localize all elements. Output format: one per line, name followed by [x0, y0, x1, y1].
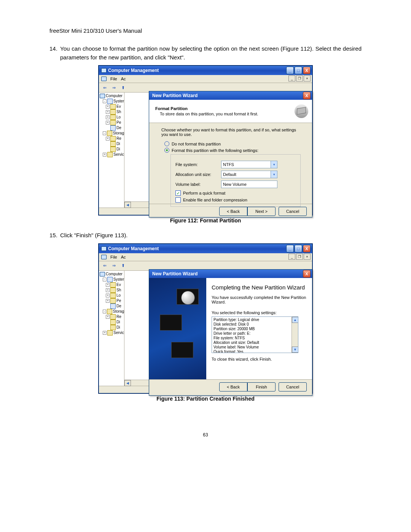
file-system-select[interactable]: NTFS ▾ — [221, 161, 277, 168]
volume-label-input[interactable]: New Volume — [221, 181, 277, 188]
close-button[interactable]: X — [303, 245, 311, 252]
allocation-size-select[interactable]: Default ▾ — [221, 171, 277, 178]
expand-icon[interactable]: + — [103, 153, 107, 157]
step-number: 14. — [49, 45, 60, 62]
wizard-body: Choose whether you want to format this p… — [149, 123, 312, 204]
label-file-system: File system: — [175, 162, 221, 167]
wizard-titlebar[interactable]: New Partition Wizard X — [149, 270, 312, 278]
menu-action[interactable]: Ac — [121, 77, 126, 81]
disk-icon — [110, 141, 116, 147]
menu-bar[interactable]: File Ac _ ❐ × — [99, 253, 312, 261]
wizard-header: Format Partition To store data on this p… — [149, 100, 312, 123]
mdi-restore-button[interactable]: ❐ — [296, 254, 303, 260]
window-title: Computer Management — [101, 246, 286, 251]
mdi-close-button[interactable]: × — [304, 254, 311, 260]
menu-file[interactable]: File — [110, 77, 117, 81]
up-icon[interactable]: ⬆ — [119, 84, 126, 91]
menu-action[interactable]: Ac — [121, 255, 126, 259]
mdi-minimize-button[interactable]: _ — [288, 254, 295, 260]
device-icon — [110, 125, 116, 131]
list-item: Drive letter or path: E: — [213, 331, 296, 336]
services-icon — [107, 330, 113, 335]
checkbox-icon[interactable]: ✓ — [175, 190, 181, 196]
storage-icon — [107, 131, 112, 136]
radio-do-not-format[interactable]: Do not format this partition — [164, 141, 304, 146]
new-partition-wizard-dialog: New Partition Wizard X Completing the Ne… — [149, 269, 312, 396]
list-item: Quick format: Yes — [213, 350, 296, 353]
manual-title: freeStor Mini 210/310 User's Manual — [49, 27, 362, 34]
minimize-button[interactable]: _ — [286, 245, 294, 252]
wizard-close-button[interactable]: X — [303, 270, 311, 278]
list-item: Disk selected: Disk 0 — [213, 322, 296, 327]
expand-icon[interactable]: + — [106, 315, 110, 319]
expand-icon[interactable]: + — [106, 105, 110, 109]
wizard-titlebar[interactable]: New Partition Wizard X — [149, 91, 312, 100]
wizard-line: You selected the following settings: — [212, 310, 308, 315]
finish-button[interactable]: Finish — [247, 382, 276, 391]
maximize-button[interactable]: □ — [295, 245, 302, 252]
expand-icon[interactable]: + — [106, 137, 110, 141]
scroll-left-icon[interactable]: ◀ — [124, 202, 131, 208]
forward-icon[interactable]: ⇒ — [110, 84, 117, 91]
computer-icon — [100, 272, 105, 276]
dropdown-icon[interactable]: ▾ — [271, 171, 277, 178]
scroll-left-icon[interactable]: ◀ — [124, 380, 131, 386]
expand-icon[interactable]: + — [106, 115, 110, 119]
tools-icon — [107, 277, 113, 282]
content-pane: ee Space .66 GB ▲ ▼ ◀ ▶ New Partition Wi… — [124, 271, 312, 386]
up-icon[interactable]: ⬆ — [119, 262, 126, 269]
collapse-icon[interactable]: - — [103, 131, 106, 135]
next-button[interactable]: Next > — [247, 207, 276, 216]
expand-icon[interactable]: + — [103, 331, 107, 335]
back-icon[interactable]: ⇐ — [101, 84, 108, 91]
tree-pane[interactable]: Computer -Syster +Ev +Sh +Lo +Pe De -Sto… — [99, 93, 124, 208]
expand-icon[interactable]: + — [106, 288, 110, 292]
wizard-close-button[interactable]: X — [303, 92, 311, 99]
wizard-title: New Partition Wizard — [152, 271, 303, 276]
scroll-down-icon[interactable]: ▼ — [292, 347, 298, 353]
mdi-close-button[interactable]: × — [304, 75, 311, 81]
step-number: 15. — [49, 231, 60, 240]
label-volume-label: Volume label: — [175, 182, 221, 187]
tree-pane[interactable]: Computer -Syster +Ev +Sh +Lo +Pe De -Sto… — [99, 271, 124, 386]
mdi-minimize-button[interactable]: _ — [288, 75, 295, 81]
expand-icon[interactable]: + — [106, 299, 110, 303]
minimize-button[interactable]: _ — [286, 67, 294, 74]
enable-compression-checkbox[interactable]: Enable file and folder compression — [175, 197, 296, 203]
dropdown-icon[interactable]: ▾ — [271, 161, 277, 168]
step-14: 14. You can choose to format the partiti… — [49, 45, 362, 62]
back-button[interactable]: < Back — [219, 207, 247, 216]
expand-icon[interactable]: + — [106, 121, 110, 125]
collapse-icon[interactable]: - — [103, 278, 107, 281]
mdi-restore-button[interactable]: ❐ — [296, 75, 303, 81]
cancel-button[interactable]: Cancel — [279, 382, 307, 391]
maximize-button[interactable]: □ — [295, 67, 302, 74]
window-titlebar[interactable]: Computer Management _ □ X — [99, 66, 312, 75]
list-item: Allocation unit size: Default — [213, 340, 296, 345]
scroll-up-icon[interactable]: ▲ — [292, 317, 298, 323]
back-button[interactable]: < Back — [219, 382, 247, 391]
menu-file[interactable]: File — [110, 255, 117, 259]
back-icon[interactable]: ⇐ — [101, 262, 108, 269]
expand-icon[interactable]: + — [106, 283, 110, 287]
quick-format-checkbox[interactable]: ✓ Perform a quick format — [175, 190, 296, 196]
radio-icon[interactable] — [164, 148, 169, 153]
expand-icon[interactable]: + — [106, 294, 110, 297]
checkbox-icon[interactable] — [175, 197, 181, 203]
radio-icon[interactable] — [164, 141, 169, 146]
window-titlebar[interactable]: Computer Management _ □ X — [99, 244, 312, 253]
menu-bar[interactable]: File Ac _ ❐ × — [99, 75, 312, 83]
forward-icon[interactable]: ⇒ — [110, 262, 117, 269]
window-body: Computer -Syster +Ev +Sh +Lo +Pe De -Sto… — [99, 93, 312, 208]
cancel-button[interactable]: Cancel — [279, 207, 307, 216]
collapse-icon[interactable]: - — [103, 99, 107, 103]
collapse-icon[interactable]: - — [103, 310, 106, 313]
radio-format-with-settings[interactable]: Format this partition with the following… — [164, 148, 304, 153]
folder-icon — [110, 109, 116, 115]
settings-listbox[interactable]: Partition type: Logical drive Disk selec… — [212, 316, 298, 353]
close-button[interactable]: X — [303, 67, 311, 74]
expand-icon[interactable]: + — [106, 110, 110, 114]
wizard-footer: < Back Finish Cancel — [149, 379, 312, 394]
wizard-body: Completing the New Partition Wizard You … — [149, 278, 312, 379]
listbox-scrollbar[interactable]: ▲ ▼ — [292, 317, 298, 353]
